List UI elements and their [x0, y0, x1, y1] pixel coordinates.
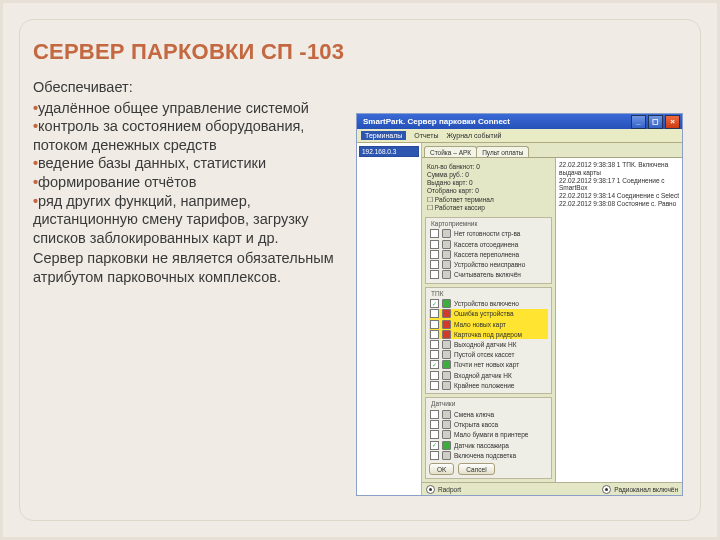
- check-row[interactable]: Ошибка устройства: [429, 309, 548, 319]
- checkbox-icon[interactable]: [430, 240, 439, 249]
- menu-item[interactable]: Журнал событий: [446, 132, 501, 139]
- bullet-item: •ряд других функций, например, дистанцио…: [33, 192, 338, 248]
- tree-node-root[interactable]: 192.168.0.3: [359, 146, 419, 157]
- group-sensors: Датчики Смена ключаОткрыта кассаМало бум…: [425, 397, 552, 479]
- check-row[interactable]: Мало новых карт: [429, 319, 548, 329]
- group-tpk: ТПК ✓Устройство включеноОшибка устройств…: [425, 287, 552, 395]
- checkbox-icon[interactable]: ✓: [430, 441, 439, 450]
- close-icon[interactable]: ×: [665, 115, 680, 129]
- check-row[interactable]: Устройство неисправно: [429, 259, 548, 269]
- status-led-icon: [442, 330, 451, 339]
- status-led-icon: [442, 360, 451, 369]
- checkbox-icon[interactable]: [430, 350, 439, 359]
- status-led-icon: [442, 381, 451, 390]
- status-right-radio[interactable]: Радиоканал включён: [602, 485, 678, 494]
- log-line: 22.02.2012 9:38:14 Соединение с Select: [559, 192, 679, 200]
- maximize-icon[interactable]: ◻: [648, 115, 663, 129]
- cancel-button[interactable]: Cancel: [458, 463, 494, 475]
- checkbox-icon[interactable]: [430, 420, 439, 429]
- check-row[interactable]: Пустой отсек кассет: [429, 350, 548, 360]
- tab[interactable]: Стойка – АРК: [424, 146, 477, 157]
- checkbox-icon[interactable]: [430, 330, 439, 339]
- slide-text-column: Обеспечивает: •удалённое общее управлени…: [33, 72, 338, 301]
- status-led-icon: [442, 260, 451, 269]
- window-titlebar[interactable]: SmartPark. Сервер парковки Connect _ ◻ ×: [357, 114, 682, 129]
- check-row[interactable]: Смена ключа: [429, 409, 548, 419]
- group-cardreader: Картоприемник Нет готовности стр-ваКассе…: [425, 217, 552, 284]
- status-bar: Radport Радиоканал включён: [422, 482, 682, 495]
- group-title: ТПК: [431, 290, 548, 297]
- log-line: 22.02.2012 9:38:08 Состояние с. Равно: [559, 200, 679, 208]
- log-line: 22.02.2012 9:38:38 1 ТПК. Включена выдач…: [559, 161, 679, 177]
- checkbox-icon[interactable]: [430, 430, 439, 439]
- check-label: Датчик пассажира: [454, 442, 509, 449]
- checkbox-icon[interactable]: ✓: [430, 360, 439, 369]
- checkbox-icon[interactable]: [430, 270, 439, 279]
- ok-button[interactable]: OK: [429, 463, 454, 475]
- status-led-icon: [442, 410, 451, 419]
- checkbox-icon[interactable]: [430, 229, 439, 238]
- check-label: Устройство неисправно: [454, 261, 525, 268]
- device-tree[interactable]: 192.168.0.3: [357, 143, 422, 495]
- check-label: Включена подсветка: [454, 452, 516, 459]
- menu-item[interactable]: Терминалы: [361, 131, 406, 140]
- checkbox-icon[interactable]: ✓: [430, 299, 439, 308]
- checkbox-icon[interactable]: [430, 381, 439, 390]
- tail-text: Сервер парковки не является обязательным…: [33, 249, 338, 286]
- status-left-radio[interactable]: Radport: [426, 485, 461, 494]
- bullet-item: •формирование отчётов: [33, 173, 338, 192]
- checkbox-icon[interactable]: [430, 451, 439, 460]
- check-label: Выходной датчик НК: [454, 341, 516, 348]
- check-label: Почти нет новых карт: [454, 361, 519, 368]
- check-label: Кассета отсоединена: [454, 241, 518, 248]
- checkbox-icon[interactable]: [430, 410, 439, 419]
- check-row[interactable]: Выходной датчик НК: [429, 339, 548, 349]
- event-log: 22.02.2012 9:38:38 1 ТПК. Включена выдач…: [555, 158, 682, 482]
- checkbox-icon[interactable]: [430, 260, 439, 269]
- check-label: Мало новых карт: [454, 321, 506, 328]
- check-row[interactable]: ✓Датчик пассажира: [429, 440, 548, 450]
- status-led-icon: [442, 441, 451, 450]
- check-row[interactable]: Мало бумаги в принтере: [429, 430, 548, 440]
- check-row[interactable]: Крайнее положение: [429, 380, 548, 390]
- minimize-icon[interactable]: _: [631, 115, 646, 129]
- check-label: Устройство включено: [454, 300, 519, 307]
- check-row[interactable]: Открыта касса: [429, 420, 548, 430]
- tab-strip[interactable]: Стойка – АРКПульт оплаты: [422, 143, 682, 158]
- status-led-icon: [442, 371, 451, 380]
- checkbox-icon[interactable]: [430, 371, 439, 380]
- tab[interactable]: Пульт оплаты: [476, 146, 529, 157]
- check-row[interactable]: Включена подсветка: [429, 450, 548, 460]
- stat-line: ☐ Работает кассир: [427, 204, 550, 212]
- window-title: SmartPark. Сервер парковки Connect: [359, 117, 510, 126]
- check-label: Нет готовности стр-ва: [454, 230, 520, 237]
- check-row[interactable]: Нет готовности стр-ва: [429, 229, 548, 239]
- checkbox-icon[interactable]: [430, 340, 439, 349]
- check-row[interactable]: ✓Почти нет новых карт: [429, 360, 548, 370]
- bullet-item: •контроль за состоянием оборудования, по…: [33, 117, 338, 154]
- checkbox-icon[interactable]: [430, 250, 439, 259]
- check-label: Открыта касса: [454, 421, 498, 428]
- check-row[interactable]: Кассета отсоединена: [429, 239, 548, 249]
- status-led-icon: [442, 350, 451, 359]
- check-row[interactable]: Карточка под ридером: [429, 329, 548, 339]
- menu-item[interactable]: Отчеты: [414, 132, 438, 139]
- check-row[interactable]: Кассета переполнена: [429, 249, 548, 259]
- status-led-icon: [442, 229, 451, 238]
- bullet-item: •ведение базы данных, статистики: [33, 154, 338, 173]
- checkbox-icon[interactable]: [430, 320, 439, 329]
- check-label: Считыватель включён: [454, 271, 521, 278]
- check-label: Пустой отсек кассет: [454, 351, 514, 358]
- status-led-icon: [442, 270, 451, 279]
- check-row[interactable]: ✓Устройство включено: [429, 299, 548, 309]
- menu-bar[interactable]: ТерминалыОтчетыЖурнал событий: [357, 129, 682, 143]
- status-led-icon: [442, 420, 451, 429]
- check-row[interactable]: Считыватель включён: [429, 270, 548, 280]
- log-line: 22.02.2012 9:38:17 1 Соединение с SmartB…: [559, 177, 679, 193]
- check-label: Карточка под ридером: [454, 331, 522, 338]
- status-led-icon: [442, 320, 451, 329]
- checkbox-icon[interactable]: [430, 309, 439, 318]
- check-label: Кассета переполнена: [454, 251, 519, 258]
- check-label: Ошибка устройства: [454, 310, 514, 317]
- check-row[interactable]: Входной датчик НК: [429, 370, 548, 380]
